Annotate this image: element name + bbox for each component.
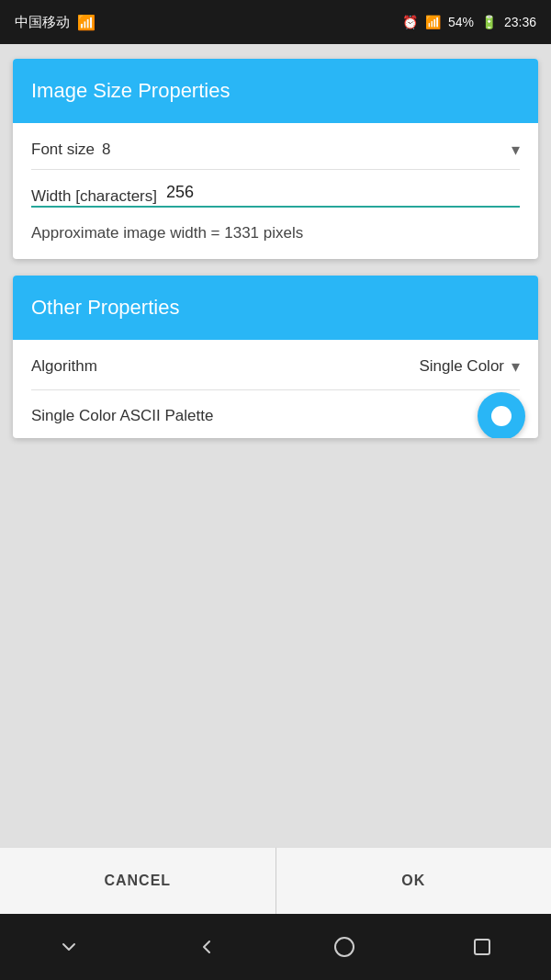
approx-text: Approximate image width = 1331 pixels: [31, 224, 303, 242]
cancel-button[interactable]: CANCEL: [0, 848, 276, 914]
svg-rect-1: [475, 940, 489, 954]
nav-home-icon[interactable]: [326, 929, 363, 965]
image-size-body: Font size 8 Width [characters] Approxima…: [13, 123, 538, 259]
time-label: 23:36: [504, 15, 536, 29]
algorithm-value-wrap[interactable]: Single Color: [419, 356, 520, 377]
signal-icon: 📶: [425, 15, 441, 29]
algorithm-label: Algorithm: [31, 357, 97, 376]
algorithm-value: Single Color: [419, 357, 504, 376]
carrier-icon: 📶: [77, 14, 96, 31]
width-input[interactable]: [166, 183, 276, 206]
nav-chevron-icon[interactable]: [51, 929, 87, 965]
palette-button-icon: [491, 406, 512, 426]
font-size-value: 8: [102, 141, 110, 159]
font-size-label: Font size: [31, 141, 95, 159]
width-row[interactable]: Width [characters]: [31, 170, 520, 208]
ok-button[interactable]: OK: [276, 848, 552, 914]
algorithm-row[interactable]: Algorithm Single Color: [31, 340, 520, 390]
nav-square-icon[interactable]: [464, 929, 500, 965]
status-bar-left: 中国移动 📶: [15, 14, 96, 31]
other-props-card: Other Properties Algorithm Single Color …: [13, 276, 538, 438]
status-bar-right: ⏰ 📶 54% 🔋 23:36: [402, 15, 536, 29]
image-size-card: Image Size Properties Font size 8 Width …: [13, 59, 538, 259]
palette-label: Single Color ASCII Palette: [31, 407, 213, 425]
palette-row[interactable]: Single Color ASCII Palette: [31, 390, 520, 438]
status-bar: 中国移动 📶 ⏰ 📶 54% 🔋 23:36: [0, 0, 551, 44]
algorithm-chevron-icon[interactable]: [512, 356, 520, 377]
nav-bar: [0, 914, 551, 980]
font-size-chevron-icon[interactable]: [512, 140, 520, 160]
svg-point-0: [335, 938, 354, 956]
width-label: Width [characters]: [31, 187, 157, 206]
image-size-header: Image Size Properties: [13, 59, 538, 123]
image-size-title: Image Size Properties: [31, 79, 230, 102]
other-props-body: Algorithm Single Color Single Color ASCI…: [13, 340, 538, 438]
content-area: Image Size Properties Font size 8 Width …: [0, 44, 551, 847]
palette-button[interactable]: [478, 392, 525, 438]
battery-label: 54%: [448, 15, 474, 29]
font-size-row[interactable]: Font size 8: [31, 123, 520, 170]
approx-row: Approximate image width = 1331 pixels: [31, 208, 520, 259]
alarm-icon: ⏰: [402, 15, 418, 29]
other-props-header: Other Properties: [13, 276, 538, 340]
other-props-title: Other Properties: [31, 296, 179, 319]
nav-back-icon[interactable]: [188, 929, 225, 965]
battery-icon: 🔋: [481, 15, 497, 29]
button-row: CANCEL OK: [0, 847, 551, 914]
carrier-label: 中国移动: [15, 14, 70, 31]
